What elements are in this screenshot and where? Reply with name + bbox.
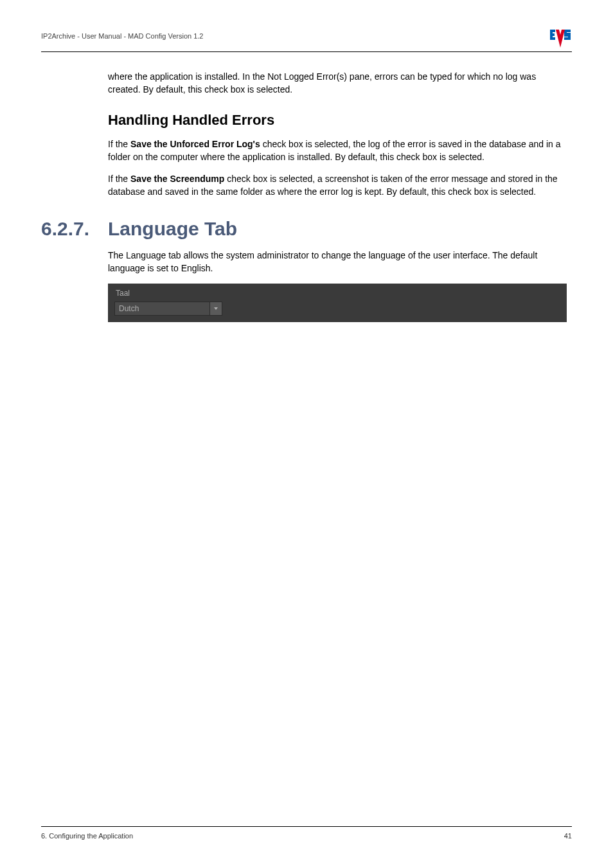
- paragraph-save-screendump: If the Save the Screendump check box is …: [108, 172, 567, 199]
- combobox-value[interactable]: Dutch: [114, 302, 209, 316]
- heading-handling-errors: Handling Handled Errors: [108, 112, 567, 129]
- text-pre: If the: [108, 139, 130, 149]
- combobox-dropdown-button[interactable]: [209, 302, 222, 316]
- page-header: IP2Archive - User Manual - MAD Config Ve…: [41, 28, 572, 52]
- evs-logo: [549, 28, 572, 48]
- paragraph-intro: where the application is installed. In t…: [108, 70, 567, 96]
- footer-page-number: 41: [564, 832, 572, 840]
- chevron-down-icon: [214, 307, 218, 310]
- text-bold-save-unforced: Save the Unforced Error Log's: [130, 139, 260, 149]
- groupbox-label: Taal: [114, 289, 560, 298]
- section-heading-row: 6.2.7. Language Tab: [41, 218, 572, 240]
- paragraph-language: The Language tab allows the system admin…: [108, 249, 567, 275]
- text-bold-save-screendump: Save the Screendump: [130, 174, 224, 184]
- section-title: Language Tab: [108, 218, 237, 240]
- language-combobox[interactable]: Dutch: [114, 302, 222, 316]
- footer-section-name: 6. Configuring the Application: [41, 832, 133, 840]
- section-number: 6.2.7.: [41, 218, 108, 240]
- paragraph-save-unforced: If the Save the Unforced Error Log's che…: [108, 138, 567, 164]
- language-groupbox: Taal Dutch: [108, 284, 567, 322]
- text-pre: If the: [108, 174, 130, 184]
- page-footer: 6. Configuring the Application 41: [41, 826, 572, 840]
- header-breadcrumb: IP2Archive - User Manual - MAD Config Ve…: [41, 28, 204, 40]
